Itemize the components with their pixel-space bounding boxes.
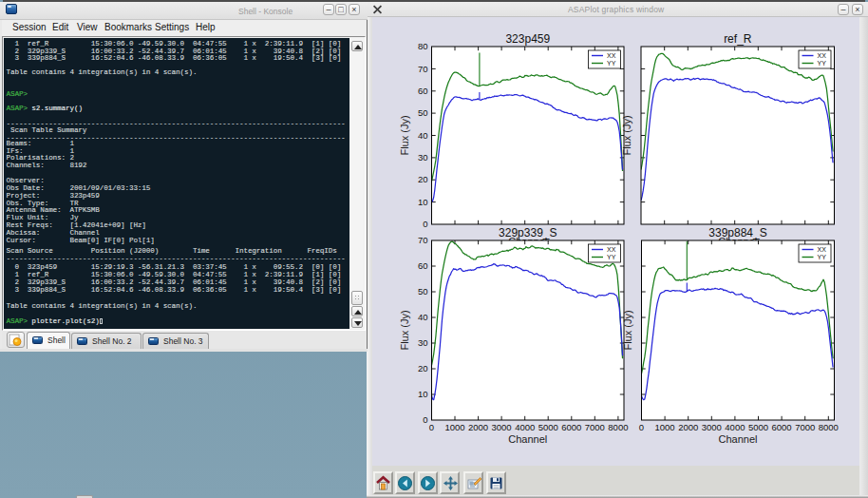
svg-text:0: 0 bbox=[429, 422, 434, 432]
svg-text:70: 70 bbox=[418, 235, 428, 245]
svg-text:YY: YY bbox=[607, 60, 616, 67]
svg-text:8000: 8000 bbox=[608, 422, 628, 432]
svg-text:30: 30 bbox=[418, 152, 428, 163]
svg-text:Flux (Jy): Flux (Jy) bbox=[399, 310, 410, 350]
svg-text:10: 10 bbox=[418, 197, 428, 207]
svg-text:YY: YY bbox=[818, 60, 827, 67]
svg-text:Flux (Jy): Flux (Jy) bbox=[621, 115, 632, 155]
svg-text:323p459: 323p459 bbox=[505, 32, 550, 46]
svg-text:YY: YY bbox=[818, 254, 827, 260]
svg-text:80: 80 bbox=[418, 41, 428, 51]
svg-text:30: 30 bbox=[418, 337, 428, 348]
svg-text:339p884_S: 339p884_S bbox=[708, 226, 766, 239]
svg-text:329p339_S: 329p339_S bbox=[499, 226, 557, 239]
svg-text:60: 60 bbox=[418, 86, 428, 96]
svg-text:8000: 8000 bbox=[819, 422, 839, 432]
svg-text:3000: 3000 bbox=[492, 422, 512, 432]
svg-text:5000: 5000 bbox=[748, 422, 768, 432]
svg-text:XX: XX bbox=[818, 52, 827, 59]
svg-text:XX: XX bbox=[818, 246, 827, 253]
svg-text:4000: 4000 bbox=[515, 422, 535, 432]
svg-text:ref_R: ref_R bbox=[724, 32, 752, 46]
svg-text:40: 40 bbox=[418, 130, 428, 141]
svg-text:40: 40 bbox=[418, 312, 428, 322]
svg-text:7000: 7000 bbox=[585, 422, 605, 432]
svg-text:3000: 3000 bbox=[702, 422, 722, 432]
svg-text:6000: 6000 bbox=[561, 422, 581, 432]
svg-text:1000: 1000 bbox=[444, 422, 464, 432]
svg-text:XX: XX bbox=[607, 246, 616, 253]
svg-text:5000: 5000 bbox=[538, 422, 558, 432]
svg-text:4000: 4000 bbox=[725, 422, 745, 432]
svg-text:Channel: Channel bbox=[719, 433, 758, 445]
svg-text:60: 60 bbox=[418, 260, 428, 271]
svg-text:0: 0 bbox=[639, 422, 644, 432]
svg-text:0: 0 bbox=[423, 219, 427, 229]
svg-text:0: 0 bbox=[423, 414, 427, 425]
svg-text:10: 10 bbox=[418, 389, 428, 399]
svg-text:2000: 2000 bbox=[678, 422, 698, 432]
svg-text:6000: 6000 bbox=[772, 422, 792, 432]
svg-text:20: 20 bbox=[418, 174, 428, 184]
svg-text:50: 50 bbox=[418, 107, 428, 118]
svg-text:Flux (Jy): Flux (Jy) bbox=[399, 115, 410, 155]
svg-text:Flux (Jy): Flux (Jy) bbox=[622, 310, 633, 350]
svg-text:20: 20 bbox=[418, 363, 428, 374]
svg-text:2000: 2000 bbox=[468, 422, 488, 432]
svg-text:50: 50 bbox=[418, 286, 428, 297]
svg-text:1000: 1000 bbox=[655, 422, 675, 432]
svg-text:7000: 7000 bbox=[795, 422, 815, 432]
svg-text:YY: YY bbox=[607, 254, 616, 260]
svg-text:XX: XX bbox=[607, 52, 616, 59]
svg-text:Channel: Channel bbox=[508, 433, 547, 445]
svg-text:70: 70 bbox=[418, 64, 428, 74]
